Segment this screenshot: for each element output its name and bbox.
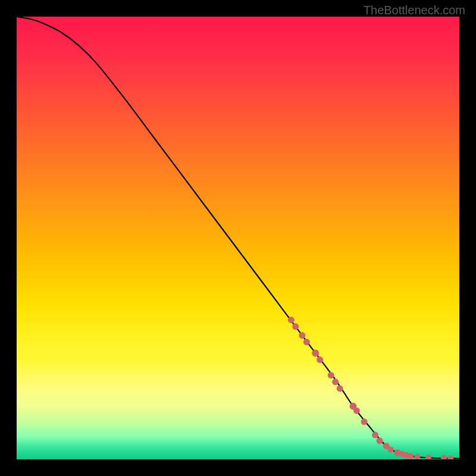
- watermark-text: TheBottleneck.com: [364, 4, 465, 17]
- chart-markers-group: [288, 317, 453, 459]
- chart-marker-point: [414, 454, 420, 459]
- chart-svg: [17, 17, 459, 459]
- chart-marker-point: [317, 356, 323, 363]
- chart-marker-point: [332, 378, 339, 385]
- chart-marker-point: [361, 418, 368, 425]
- chart-marker-point: [312, 349, 319, 356]
- chart-plot-area: [17, 17, 459, 459]
- chart-curve-line: [17, 17, 459, 459]
- chart-marker-point: [353, 408, 360, 414]
- chart-marker-point: [447, 455, 453, 459]
- chart-marker-point: [377, 437, 383, 444]
- chart-marker-point: [303, 339, 310, 345]
- chart-marker-point: [328, 372, 334, 378]
- chart-marker-point: [372, 432, 378, 439]
- chart-marker-point: [425, 455, 431, 459]
- chart-marker-point: [337, 385, 343, 392]
- chart-marker-point: [441, 455, 447, 459]
- chart-marker-point: [292, 323, 299, 330]
- chart-marker-point: [408, 453, 414, 459]
- chart-marker-point: [388, 447, 394, 453]
- chart-marker-point: [288, 317, 295, 323]
- chart-marker-point: [299, 332, 305, 339]
